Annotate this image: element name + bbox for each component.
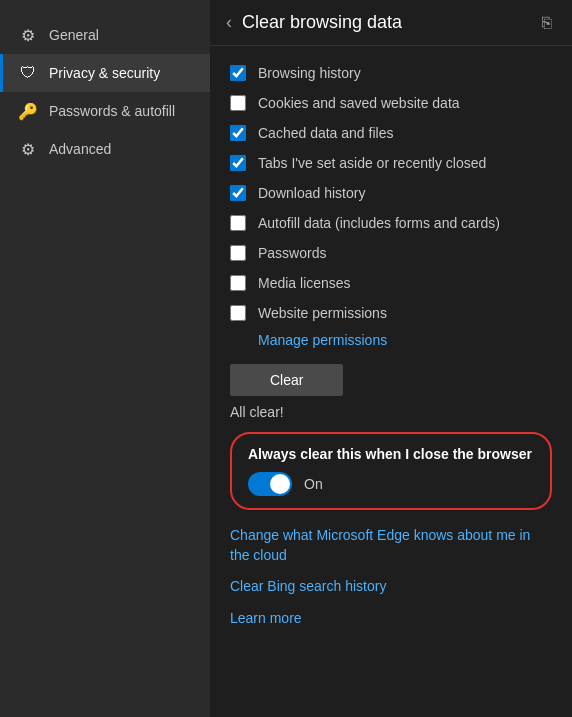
- checkbox-label-media-licenses: Media licenses: [258, 275, 351, 291]
- panel-title: Clear browsing data: [242, 12, 532, 33]
- main-panel: ‹ Clear browsing data ⎘ Browsing history…: [210, 0, 572, 717]
- passwords-autofill-icon: 🔑: [19, 102, 37, 120]
- links-list: Change what Microsoft Edge knows about m…: [230, 526, 552, 628]
- sidebar-item-advanced[interactable]: ⚙Advanced: [0, 130, 210, 168]
- always-clear-section: Always clear this when I close the brows…: [230, 432, 552, 510]
- pin-icon[interactable]: ⎘: [542, 14, 552, 32]
- checkbox-label-passwords: Passwords: [258, 245, 326, 261]
- all-clear-text: All clear!: [230, 404, 552, 420]
- checkbox-autofill[interactable]: [230, 215, 246, 231]
- learn-more-link[interactable]: Learn more: [230, 609, 552, 629]
- checkboxes-list: Browsing historyCookies and saved websit…: [230, 58, 552, 328]
- checkbox-tabs-set-aside[interactable]: [230, 155, 246, 171]
- toggle-row: On: [248, 472, 534, 496]
- checkbox-item-cookies: Cookies and saved website data: [230, 88, 552, 118]
- sidebar-item-passwords-autofill[interactable]: 🔑Passwords & autofill: [0, 92, 210, 130]
- sidebar: ⚙General🛡Privacy & security🔑Passwords & …: [0, 0, 210, 717]
- sidebar-label-advanced: Advanced: [49, 141, 111, 157]
- panel-header: ‹ Clear browsing data ⎘: [210, 0, 572, 46]
- sidebar-label-general: General: [49, 27, 99, 43]
- checkbox-label-website-permissions: Website permissions: [258, 305, 387, 321]
- checkbox-item-cached-data: Cached data and files: [230, 118, 552, 148]
- sidebar-item-privacy-security[interactable]: 🛡Privacy & security: [0, 54, 210, 92]
- advanced-icon: ⚙: [19, 140, 37, 158]
- checkbox-item-browsing-history: Browsing history: [230, 58, 552, 88]
- panel-content: Browsing historyCookies and saved websit…: [210, 46, 572, 717]
- checkbox-cached-data[interactable]: [230, 125, 246, 141]
- toggle-label: On: [304, 476, 323, 492]
- always-clear-title: Always clear this when I close the brows…: [248, 446, 534, 462]
- checkbox-download-history[interactable]: [230, 185, 246, 201]
- checkbox-label-download-history: Download history: [258, 185, 365, 201]
- checkbox-item-media-licenses: Media licenses: [230, 268, 552, 298]
- toggle-slider: [248, 472, 292, 496]
- change-microsoft-edge-link[interactable]: Change what Microsoft Edge knows about m…: [230, 526, 552, 565]
- checkbox-item-autofill: Autofill data (includes forms and cards): [230, 208, 552, 238]
- privacy-security-icon: 🛡: [19, 64, 37, 82]
- checkbox-label-tabs-set-aside: Tabs I've set aside or recently closed: [258, 155, 486, 171]
- sidebar-label-passwords-autofill: Passwords & autofill: [49, 103, 175, 119]
- always-clear-toggle[interactable]: [248, 472, 292, 496]
- checkbox-passwords[interactable]: [230, 245, 246, 261]
- checkbox-item-passwords: Passwords: [230, 238, 552, 268]
- general-icon: ⚙: [19, 26, 37, 44]
- sidebar-item-general[interactable]: ⚙General: [0, 16, 210, 54]
- checkbox-item-download-history: Download history: [230, 178, 552, 208]
- checkbox-website-permissions[interactable]: [230, 305, 246, 321]
- checkbox-label-autofill: Autofill data (includes forms and cards): [258, 215, 500, 231]
- checkbox-cookies[interactable]: [230, 95, 246, 111]
- checkbox-label-cookies: Cookies and saved website data: [258, 95, 460, 111]
- checkbox-item-website-permissions: Website permissions: [230, 298, 552, 328]
- checkbox-item-tabs-set-aside: Tabs I've set aside or recently closed: [230, 148, 552, 178]
- checkbox-label-browsing-history: Browsing history: [258, 65, 361, 81]
- checkbox-media-licenses[interactable]: [230, 275, 246, 291]
- checkbox-browsing-history[interactable]: [230, 65, 246, 81]
- clear-bing-link[interactable]: Clear Bing search history: [230, 577, 552, 597]
- manage-permissions-link[interactable]: Manage permissions: [230, 328, 552, 352]
- back-button[interactable]: ‹: [226, 12, 232, 33]
- checkbox-label-cached-data: Cached data and files: [258, 125, 393, 141]
- clear-button[interactable]: Clear: [230, 364, 343, 396]
- sidebar-label-privacy-security: Privacy & security: [49, 65, 160, 81]
